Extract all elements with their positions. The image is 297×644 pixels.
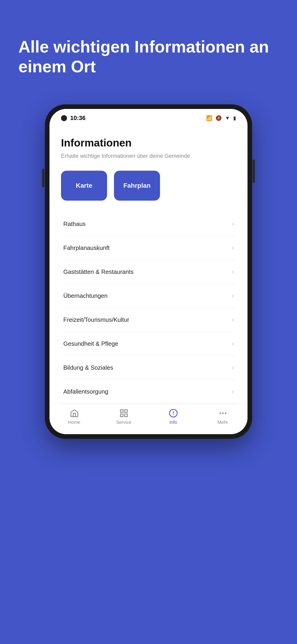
status-time-area: 10:36	[61, 114, 86, 122]
phone-mockup: 10:36 📶 🔕 ▼ ▮ Informationen Erhalte wich…	[45, 104, 252, 439]
nav-label-home: Home	[68, 420, 80, 425]
list-item-label: Abfallentsorgung	[63, 388, 108, 395]
list-item-freizeit[interactable]: Freizeit/Tourismus/Kultur ›	[61, 308, 236, 332]
hero-title: Alle wichtigen Informationen an einem Or…	[18, 37, 278, 77]
nav-item-service[interactable]: Service	[110, 408, 138, 425]
chevron-icon: ›	[232, 340, 234, 347]
chevron-icon: ›	[232, 292, 234, 299]
home-icon	[70, 408, 79, 418]
info-icon	[169, 408, 178, 418]
chevron-icon: ›	[232, 388, 234, 395]
nav-item-home[interactable]: Home	[60, 408, 88, 425]
service-grid-icon	[119, 408, 128, 418]
quick-actions: Karte Fahrplan	[61, 171, 236, 200]
chevron-icon: ›	[232, 364, 234, 371]
hero-section: Alle wichtigen Informationen an einem Or…	[0, 0, 297, 95]
chevron-icon: ›	[232, 268, 234, 275]
nav-label-info: Info	[170, 420, 177, 425]
status-icons: 📶 🔕 ▼ ▮	[206, 115, 236, 121]
nav-label-service: Service	[116, 420, 132, 425]
camera-dot	[61, 115, 67, 121]
status-bar: 10:36 📶 🔕 ▼ ▮	[50, 109, 248, 125]
svg-rect-3	[124, 414, 127, 417]
chevron-icon: ›	[232, 316, 234, 323]
list-item-fahrplanauskunft[interactable]: Fahrplanauskunft ›	[61, 236, 236, 260]
info-list: Rathaus › Fahrplanauskunft › Gaststätten…	[61, 212, 236, 404]
svg-rect-1	[124, 410, 127, 412]
nav-label-mehr: Mehr	[218, 420, 228, 425]
list-item-label: Gaststätten & Restaurants	[63, 268, 134, 276]
svg-rect-2	[120, 414, 123, 417]
list-item-gaststätten[interactable]: Gaststätten & Restaurants ›	[61, 260, 236, 284]
battery-icon: ▮	[233, 115, 236, 121]
list-item-label: Gesundheit & Pflege	[63, 340, 118, 347]
list-item-label: Rathaus	[63, 220, 86, 228]
list-item-label: Übernachtungen	[63, 292, 108, 300]
list-item-label: Fahrplanauskunft	[63, 244, 110, 252]
list-item-rathaus[interactable]: Rathaus ›	[61, 212, 236, 236]
list-item-übernachtungen[interactable]: Übernachtungen ›	[61, 284, 236, 308]
time-display: 10:36	[70, 114, 86, 122]
wifi-icon: ▼	[225, 115, 230, 121]
list-item-abfall[interactable]: Abfallentsorgung ›	[61, 380, 236, 404]
svg-point-9	[225, 412, 226, 414]
fahrplan-button[interactable]: Fahrplan	[114, 171, 160, 200]
svg-rect-0	[120, 410, 123, 412]
phone-screen: 10:36 📶 🔕 ▼ ▮ Informationen Erhalte wich…	[50, 109, 248, 434]
bottom-nav: Home Service	[50, 404, 248, 434]
svg-point-8	[222, 412, 224, 414]
list-item-label: Freizeit/Tourismus/Kultur	[63, 316, 129, 324]
list-item-gesundheit[interactable]: Gesundheit & Pflege ›	[61, 332, 236, 356]
karte-button[interactable]: Karte	[61, 171, 107, 200]
chevron-icon: ›	[232, 244, 234, 251]
mute-icon: 🔕	[216, 115, 222, 121]
nav-item-info[interactable]: Info	[160, 408, 187, 425]
phone-outer-shell: 10:36 📶 🔕 ▼ ▮ Informationen Erhalte wich…	[45, 104, 252, 439]
app-title: Informationen	[61, 136, 236, 149]
app-subtitle: Erhalte wichtige Informationen über dein…	[61, 153, 236, 159]
more-icon	[218, 408, 228, 418]
list-item-label: Bildung & Soziales	[63, 364, 113, 371]
nav-item-mehr[interactable]: Mehr	[209, 408, 237, 425]
list-item-bildung[interactable]: Bildung & Soziales ›	[61, 356, 236, 380]
app-content: Informationen Erhalte wichtige Informati…	[50, 125, 248, 404]
chevron-icon: ›	[232, 221, 234, 227]
svg-point-7	[220, 412, 221, 414]
bluetooth-icon: 📶	[206, 115, 212, 121]
